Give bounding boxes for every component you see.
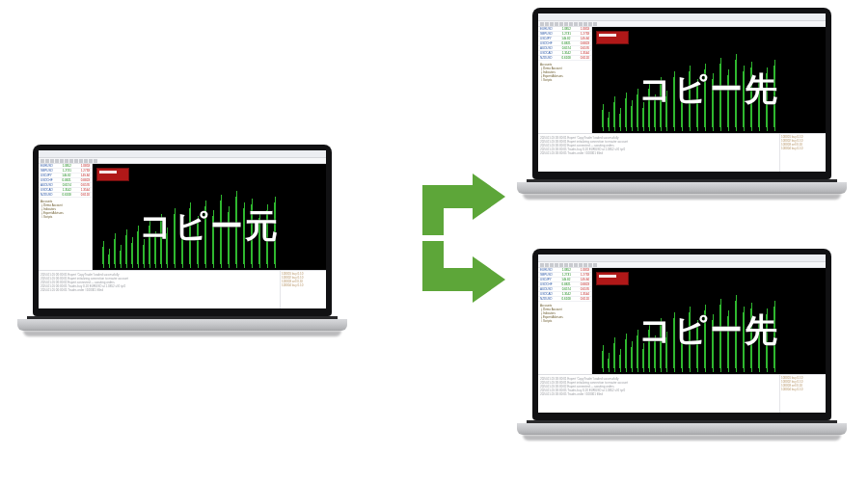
price-chart: コピー先 bbox=[592, 268, 826, 374]
ea-indicator-box bbox=[596, 272, 629, 285]
svg-rect-2 bbox=[422, 185, 444, 235]
svg-marker-1 bbox=[473, 174, 505, 220]
workspace: EURUSD1.08521.0853GBPUSD1.27311.2733USDJ… bbox=[538, 27, 826, 133]
orders-area: 100001 buy 0.10100002 buy 0.10100003 sel… bbox=[779, 134, 826, 172]
market-watch-panel: EURUSD1.08521.0853GBPUSD1.27311.2733USDJ… bbox=[538, 268, 592, 374]
log-line: 2024.01.01 00:00:05 Trades order #100001… bbox=[41, 288, 278, 292]
window-titlebar bbox=[538, 254, 826, 262]
log-area: 2024.01.01 00:00:01 Expert 'CopyTrader' … bbox=[39, 271, 280, 308]
workspace: EURUSD1.08521.0853GBPUSD1.27311.2733USDJ… bbox=[39, 164, 326, 270]
market-watch-panel: EURUSD1.08521.0853GBPUSD1.27311.2733USDJ… bbox=[39, 164, 93, 270]
laptop-source: EURUSD1.08521.0853GBPUSD1.27311.2733USDJ… bbox=[33, 145, 332, 331]
laptop-destination-1: EURUSD1.08521.0853GBPUSD1.27311.2733USDJ… bbox=[532, 8, 831, 194]
ea-indicator-box bbox=[596, 31, 629, 44]
screen-bezel: EURUSD1.08521.0853GBPUSD1.27311.2733USDJ… bbox=[532, 8, 831, 179]
candlesticks bbox=[596, 305, 822, 368]
price-chart: コピー先 bbox=[592, 27, 826, 133]
svg-marker-4 bbox=[473, 256, 505, 303]
order-row: 100004 buy 0.10 bbox=[781, 147, 825, 150]
navigator-tree: Accounts ├ Demo Account ├ Indicators ├ E… bbox=[538, 61, 591, 84]
trading-app-screen: EURUSD1.08521.0853GBPUSD1.27311.2733USDJ… bbox=[39, 150, 326, 308]
workspace: EURUSD1.08521.0853GBPUSD1.27311.2733USDJ… bbox=[538, 268, 826, 374]
ea-indicator-box bbox=[96, 168, 129, 181]
laptop-deck bbox=[517, 182, 847, 194]
laptop-destination-2: EURUSD1.08521.0853GBPUSD1.27311.2733USDJ… bbox=[532, 249, 831, 435]
laptop-deck bbox=[517, 423, 847, 435]
screen-bezel: EURUSD1.08521.0853GBPUSD1.27311.2733USDJ… bbox=[33, 145, 332, 316]
quote-list: EURUSD1.08521.0853GBPUSD1.27311.2733USDJ… bbox=[538, 27, 591, 61]
window-titlebar bbox=[39, 150, 326, 158]
svg-rect-5 bbox=[422, 241, 444, 291]
terminal-panel: 2024.01.01 00:00:01 Expert 'CopyTrader' … bbox=[538, 374, 826, 413]
candlesticks bbox=[96, 201, 322, 264]
nav-item: └ Scripts bbox=[540, 78, 589, 82]
terminal-panel: 2024.01.01 00:00:01 Expert 'CopyTrader' … bbox=[39, 270, 326, 308]
laptop-deck bbox=[17, 319, 347, 331]
nav-item: └ Scripts bbox=[540, 319, 589, 323]
orders-area: 100001 buy 0.10100002 buy 0.10100003 sel… bbox=[280, 271, 326, 308]
candlesticks bbox=[596, 64, 822, 127]
trading-app-screen: EURUSD1.08521.0853GBPUSD1.27311.2733USDJ… bbox=[538, 254, 826, 413]
terminal-panel: 2024.01.01 00:00:01 Expert 'CopyTrader' … bbox=[538, 133, 826, 172]
nav-item: └ Scripts bbox=[41, 215, 90, 219]
log-area: 2024.01.01 00:00:01 Expert 'CopyTrader' … bbox=[538, 134, 779, 172]
copy-sync-icon bbox=[376, 156, 511, 320]
log-line: 2024.01.01 00:00:05 Trades order #100001… bbox=[540, 151, 777, 155]
navigator-tree: Accounts ├ Demo Account ├ Indicators ├ E… bbox=[39, 198, 92, 221]
quote-list: EURUSD1.08521.0853GBPUSD1.27311.2733USDJ… bbox=[538, 268, 591, 302]
order-row: 100004 buy 0.10 bbox=[781, 388, 825, 391]
orders-area: 100001 buy 0.10100002 buy 0.10100003 sel… bbox=[779, 375, 826, 413]
price-chart: コピー元 bbox=[93, 164, 326, 270]
screen-bezel: EURUSD1.08521.0853GBPUSD1.27311.2733USDJ… bbox=[532, 249, 831, 420]
navigator-tree: Accounts ├ Demo Account ├ Indicators ├ E… bbox=[538, 302, 591, 325]
quote-list: EURUSD1.08521.0853GBPUSD1.27311.2733USDJ… bbox=[39, 164, 92, 198]
log-area: 2024.01.01 00:00:01 Expert 'CopyTrader' … bbox=[538, 375, 779, 413]
window-titlebar bbox=[538, 13, 826, 21]
market-watch-panel: EURUSD1.08521.0853GBPUSD1.27311.2733USDJ… bbox=[538, 27, 592, 133]
trading-app-screen: EURUSD1.08521.0853GBPUSD1.27311.2733USDJ… bbox=[538, 13, 826, 172]
log-line: 2024.01.01 00:00:05 Trades order #100001… bbox=[540, 392, 777, 396]
order-row: 100004 buy 0.10 bbox=[282, 283, 325, 287]
